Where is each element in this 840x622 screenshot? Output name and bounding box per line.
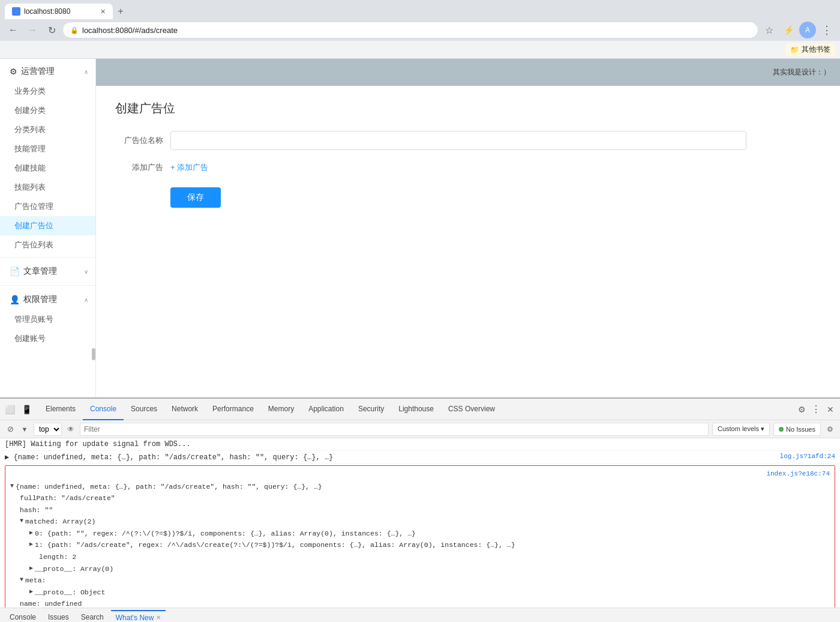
- index-source-link[interactable]: index.js?e18c:74: [766, 468, 830, 480]
- devtools-panel: ⬜ 📱 Elements Console Sources Network Per…: [0, 397, 840, 622]
- bottom-tab-search[interactable]: Search: [76, 611, 109, 623]
- filter-settings-btn[interactable]: ⚙: [824, 424, 835, 435]
- triangle-8[interactable]: ▼: [20, 575, 23, 585]
- menu-button[interactable]: ⋮: [818, 22, 835, 38]
- tab-performance[interactable]: Performance: [205, 399, 261, 420]
- lock-icon: 🔒: [70, 26, 79, 34]
- console-toolbar: ⊘ ▼ top 👁 Custom levels ▾ No Issues ⚙: [0, 420, 840, 438]
- console-filter-toggle[interactable]: ▼: [19, 424, 30, 435]
- sidebar-item-ad-list[interactable]: 广告位列表: [0, 235, 95, 255]
- bottom-tab-console[interactable]: Console: [5, 611, 41, 623]
- save-button[interactable]: 保存: [170, 187, 221, 208]
- json-line-9[interactable]: ▶ __proto__: Object: [10, 587, 830, 599]
- back-button[interactable]: ←: [5, 22, 22, 38]
- triangle-4[interactable]: ▶: [29, 528, 33, 538]
- extension-button[interactable]: ⚡: [780, 22, 797, 38]
- tab-elements[interactable]: Elements: [38, 399, 83, 420]
- devtools-panel-toggle[interactable]: ⬜: [2, 402, 17, 417]
- devtools-settings-btn[interactable]: ⚙: [794, 402, 809, 417]
- tab-memory[interactable]: Memory: [261, 399, 301, 420]
- devtools-device-toggle[interactable]: 📱: [19, 402, 34, 417]
- sidebar-header-operations[interactable]: ⚙ 运营管理 ∧: [0, 59, 95, 82]
- log-source-link-1[interactable]: log.js?1afd:24: [770, 453, 835, 460]
- ad-name-input[interactable]: [170, 131, 746, 150]
- custom-levels-btn[interactable]: Custom levels ▾: [712, 423, 770, 436]
- bottom-tab-close-whats-new[interactable]: ✕: [156, 614, 161, 621]
- json-line-8[interactable]: ▼ meta:: [10, 575, 830, 587]
- triangle-7[interactable]: ▶: [29, 563, 33, 573]
- tab-application[interactable]: Application: [301, 399, 351, 420]
- bottom-tab-issues[interactable]: Issues: [43, 611, 74, 623]
- triangle-5[interactable]: ▶: [29, 539, 33, 549]
- sidebar-section-permissions: 👤 权限管理 ∧ 管理员账号 创建账号: [0, 288, 95, 348]
- chevron-up-icon: ∧: [84, 68, 88, 75]
- sidebar-section-permissions-label: 权限管理: [23, 294, 57, 305]
- console-line-object: ▶ {name: undefined, meta: {…}, path: "/a…: [0, 451, 840, 464]
- article-icon: 📄: [10, 267, 20, 276]
- no-issues-badge[interactable]: No Issues: [773, 423, 821, 436]
- browser-tab[interactable]: localhost:8080 ✕: [5, 4, 113, 19]
- content-header-text: 其实我是设计：）: [773, 67, 830, 77]
- page-title: 创建广告位: [115, 100, 821, 116]
- bottom-tab-whats-new[interactable]: What's New ✕: [111, 610, 166, 623]
- star-button[interactable]: ☆: [761, 22, 778, 38]
- json-line-10: name: undefined: [10, 598, 830, 608]
- tab-close[interactable]: ✕: [100, 8, 106, 16]
- json-line-6: length: 2: [10, 551, 830, 563]
- triangle-9[interactable]: ▶: [29, 587, 33, 597]
- json-line-5[interactable]: ▶ 1: {path: "/ads/create", regex: /^\/ad…: [10, 539, 830, 551]
- tab-network[interactable]: Network: [164, 399, 205, 420]
- sidebar-item-skill-management[interactable]: 技能管理: [0, 139, 95, 159]
- form-label-name: 广告位名称: [115, 135, 163, 146]
- json-line-1: fullPath: "/ads/create": [10, 492, 830, 504]
- new-tab-btn[interactable]: +: [113, 4, 128, 19]
- tab-lighthouse[interactable]: Lighthouse: [391, 399, 441, 420]
- sidebar-section-operations-label: 运营管理: [21, 66, 55, 77]
- json-line-4[interactable]: ▶ 0: {path: "", regex: /^(?:\/(?=$))?$/i…: [10, 528, 830, 540]
- devtools-more-btn[interactable]: ⋮: [809, 402, 823, 417]
- sidebar-item-create-skill[interactable]: 创建技能: [0, 159, 95, 178]
- sidebar-item-create-ad[interactable]: 创建广告位: [0, 216, 95, 235]
- json-line-0[interactable]: ▼ {name: undefined, meta: {…}, path: "/a…: [10, 481, 830, 493]
- json-object-box: index.js?e18c:74 ▼ {name: undefined, met…: [5, 465, 835, 608]
- json-line-7[interactable]: ▶ __proto__: Array(0): [10, 563, 830, 575]
- folder-icon: 📁: [790, 46, 799, 54]
- bottom-bar: Console Issues Search What's New ✕: [0, 608, 840, 622]
- json-line-2: hash: "": [10, 504, 830, 516]
- sidebar-item-ad-management[interactable]: 广告位管理: [0, 197, 95, 216]
- context-select[interactable]: top: [34, 423, 62, 436]
- triangle-3[interactable]: ▼: [20, 516, 23, 526]
- sidebar-header-permissions[interactable]: 👤 权限管理 ∧: [0, 288, 95, 310]
- json-line-3[interactable]: ▼ matched: Array(2): [10, 516, 830, 528]
- chevron-down-icon: ∨: [84, 268, 88, 275]
- tab-sources[interactable]: Sources: [124, 399, 164, 420]
- tab-favicon: [12, 7, 20, 16]
- address-bar[interactable]: 🔒 localhost:8080/#/ads/create: [62, 22, 758, 38]
- sidebar-item-admin-account[interactable]: 管理员账号: [0, 310, 95, 329]
- forward-button[interactable]: →: [24, 22, 41, 38]
- sidebar-item-business-category[interactable]: 业务分类: [0, 82, 95, 101]
- sidebar-item-skill-list[interactable]: 技能列表: [0, 178, 95, 197]
- sidebar-item-category-list[interactable]: 分类列表: [0, 120, 95, 139]
- sidebar-item-create-category[interactable]: 创建分类: [0, 101, 95, 120]
- profile-button[interactable]: A: [799, 22, 816, 38]
- console-eye-btn[interactable]: 👁: [65, 424, 76, 435]
- gear-icon: ⚙: [10, 67, 17, 76]
- tab-console[interactable]: Console: [83, 399, 124, 420]
- hmr-text: [HMR] Waiting for update signal from WDS…: [5, 440, 191, 448]
- bookmark-folder-other[interactable]: 📁 其他书签: [785, 43, 835, 56]
- devtools-close-btn[interactable]: ✕: [823, 402, 838, 417]
- sidebar-item-create-account[interactable]: 创建账号: [0, 329, 95, 348]
- triangle-0[interactable]: ▼: [10, 481, 14, 491]
- add-ad-link[interactable]: + 添加广告: [170, 162, 208, 173]
- sidebar-section-articles[interactable]: 📄 文章管理 ∨: [0, 260, 95, 283]
- scroll-indicator: [0, 348, 95, 360]
- console-filter-input[interactable]: [80, 423, 709, 436]
- chevron-up-icon-2: ∧: [84, 297, 88, 303]
- bookmarks-bar: 📁 其他书签: [0, 41, 840, 59]
- reload-button[interactable]: ↻: [43, 22, 60, 38]
- tab-security[interactable]: Security: [351, 399, 391, 420]
- devtools-tabs-bar: ⬜ 📱 Elements Console Sources Network Per…: [0, 399, 840, 420]
- tab-css-overview[interactable]: CSS Overview: [441, 399, 502, 420]
- console-clear-btn[interactable]: ⊘: [5, 424, 16, 435]
